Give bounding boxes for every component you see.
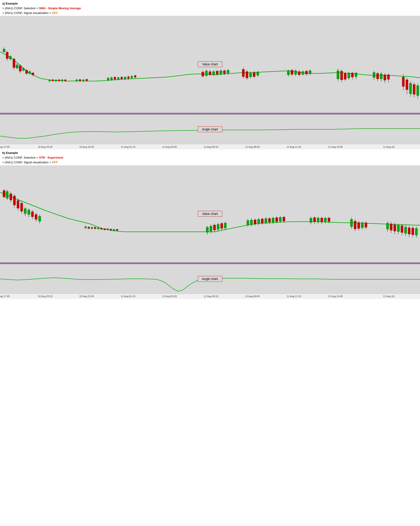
svg-rect-100 xyxy=(337,71,339,79)
svg-rect-118 xyxy=(384,75,386,80)
svg-rect-24 xyxy=(52,80,54,81)
svg-rect-8 xyxy=(13,59,15,68)
svg-rect-26 xyxy=(55,80,57,81)
svg-rect-116 xyxy=(380,74,382,79)
svg-rect-86 xyxy=(287,71,289,75)
svg-rect-22 xyxy=(49,80,51,81)
svg-rect-230 xyxy=(361,223,363,228)
svg-rect-120 xyxy=(387,75,389,79)
svg-rect-50 xyxy=(121,77,123,79)
svg-rect-98 xyxy=(309,71,311,74)
section-a: a) Example > (INA1) CONF, Selection = SM… xyxy=(0,0,420,149)
svg-rect-186 xyxy=(221,223,223,228)
section-a-angle-chart: Angle chart xyxy=(0,115,420,144)
svg-rect-180 xyxy=(210,226,212,231)
svg-rect-56 xyxy=(131,76,133,78)
svg-rect-236 xyxy=(390,224,392,230)
svg-rect-34 xyxy=(76,80,78,81)
svg-rect-166 xyxy=(101,228,102,229)
svg-rect-224 xyxy=(350,219,353,227)
svg-rect-20 xyxy=(32,73,34,75)
svg-rect-102 xyxy=(340,71,343,80)
svg-rect-110 xyxy=(355,73,357,77)
svg-rect-222 xyxy=(328,218,330,222)
svg-rect-30 xyxy=(61,80,63,81)
svg-rect-76 xyxy=(242,69,245,77)
svg-rect-68 xyxy=(216,71,218,74)
svg-rect-206 xyxy=(276,218,278,222)
svg-rect-46 xyxy=(114,77,116,79)
svg-rect-82 xyxy=(253,72,255,77)
section-b-angle-chart-label: Angle chart xyxy=(198,276,222,282)
svg-rect-126 xyxy=(410,83,412,94)
svg-rect-58 xyxy=(134,75,136,77)
svg-rect-202 xyxy=(268,219,271,222)
svg-rect-4 xyxy=(6,52,8,59)
svg-rect-84 xyxy=(257,72,259,75)
svg-rect-92 xyxy=(298,72,300,75)
svg-rect-6 xyxy=(9,56,11,59)
svg-rect-140 xyxy=(13,196,16,205)
svg-rect-144 xyxy=(20,203,23,211)
svg-rect-136 xyxy=(6,192,8,198)
svg-rect-28 xyxy=(58,80,60,81)
svg-rect-228 xyxy=(358,223,360,228)
svg-rect-192 xyxy=(250,220,253,225)
svg-rect-66 xyxy=(213,72,215,75)
svg-rect-194 xyxy=(254,220,256,224)
svg-rect-246 xyxy=(408,228,410,234)
svg-rect-220 xyxy=(324,218,327,222)
section-a-conf2-label: > (INA1) CONF, Signal visualization = xyxy=(2,11,52,15)
svg-rect-104 xyxy=(344,73,346,79)
section-a-purple-line xyxy=(0,113,420,113)
svg-rect-112 xyxy=(373,72,375,78)
svg-rect-244 xyxy=(404,227,407,233)
svg-rect-18 xyxy=(29,72,31,73)
svg-rect-170 xyxy=(107,229,109,230)
svg-rect-52 xyxy=(124,77,126,79)
svg-rect-32 xyxy=(64,80,66,81)
section-a-angle-chart-label: Angle chart xyxy=(198,126,222,132)
svg-rect-12 xyxy=(19,66,21,71)
time-label-b-0: ug 17:45 xyxy=(0,295,10,298)
section-a-header: a) Example > (INA1) CONF, Selection = SM… xyxy=(0,0,420,16)
svg-rect-114 xyxy=(377,73,379,79)
section-a-value-chart: Value chart xyxy=(0,16,420,113)
svg-rect-162 xyxy=(94,227,96,229)
svg-rect-242 xyxy=(401,226,403,233)
time-label-a-8: 11 Aug 13:45 xyxy=(328,145,343,148)
svg-rect-198 xyxy=(261,219,263,223)
svg-rect-146 xyxy=(24,209,26,213)
time-label-a-2: 10 Aug 22:45 xyxy=(79,145,94,148)
svg-rect-226 xyxy=(354,221,356,229)
svg-rect-48 xyxy=(117,78,119,79)
svg-rect-152 xyxy=(35,214,37,219)
time-label-b-9: 11 Aug 16: xyxy=(383,295,395,298)
svg-rect-156 xyxy=(85,227,87,228)
svg-rect-218 xyxy=(321,218,323,222)
svg-rect-80 xyxy=(249,73,252,77)
section-b-conf2: > (INA1) CONF, Signal visualization = OF… xyxy=(2,160,418,165)
svg-rect-240 xyxy=(397,225,400,232)
svg-rect-208 xyxy=(279,217,281,221)
svg-rect-172 xyxy=(110,229,112,230)
time-label-a-0: ug 17:45 xyxy=(0,145,10,148)
svg-rect-106 xyxy=(348,73,350,78)
svg-rect-216 xyxy=(317,218,319,222)
svg-rect-150 xyxy=(31,212,34,217)
time-label-a-5: 11 Aug 06:15 xyxy=(204,145,218,148)
time-label-a-4: 11 Aug 03:45 xyxy=(162,145,177,148)
svg-rect-60 xyxy=(202,72,204,76)
section-b: b) Example > (INA1) CONF, Selection = ST… xyxy=(0,149,420,299)
svg-rect-142 xyxy=(17,201,19,208)
time-label-b-3: 11 Aug 01:15 xyxy=(121,295,135,298)
time-label-b-6: 11 Aug 08:45 xyxy=(245,295,260,298)
section-b-value-chart-label: Value chart xyxy=(198,211,222,217)
time-label-b-4: 11 Aug 03:45 xyxy=(162,295,177,298)
section-b-value-chart: Value chart xyxy=(0,165,420,262)
section-b-conf2-label: > (INA1) CONF, Signal visualization = xyxy=(2,161,52,164)
section-b-title: b) Example xyxy=(2,151,418,155)
section-a-time-axis: ug 17:45 10 Aug 20:15 10 Aug 22:45 11 Au… xyxy=(0,144,420,149)
svg-rect-62 xyxy=(205,71,207,75)
svg-rect-70 xyxy=(220,71,222,74)
